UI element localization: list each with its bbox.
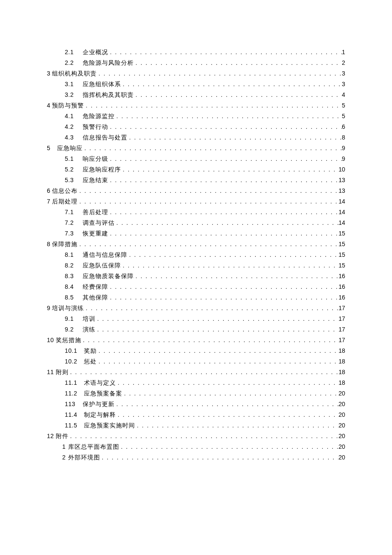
- toc-entry: 3.1应急组织体系3: [47, 79, 345, 90]
- toc-entry: 5 应急响应9: [47, 143, 345, 154]
- toc-entry: 8.5其他保障16: [47, 292, 345, 303]
- toc-number: 4.1: [65, 111, 76, 122]
- toc-entry: 2 外部环境图20: [47, 452, 345, 463]
- toc-page-number: 17: [338, 335, 345, 346]
- toc-title: 预防与预警: [52, 100, 84, 111]
- toc-number: 5.2: [65, 164, 76, 175]
- toc-leader-dots: [121, 164, 338, 175]
- toc-title: 危险源监控: [83, 111, 115, 122]
- toc-number: 8.3: [65, 271, 76, 282]
- toc-page-number: 20: [338, 399, 345, 410]
- toc-entry: 9 培训与演练17: [47, 303, 345, 314]
- toc-number: 4.2: [65, 122, 76, 132]
- toc-title: 调查与评估: [83, 218, 115, 228]
- toc-title: 附则: [56, 367, 69, 378]
- toc-title: 应急组织体系: [83, 79, 121, 90]
- toc-leader-dots: [95, 314, 338, 324]
- toc-title: 2 外部环境图: [62, 452, 100, 463]
- toc-number: 2.1: [65, 47, 76, 58]
- toc-title: 惩处: [84, 356, 97, 367]
- toc-leader-dots: [122, 388, 338, 399]
- toc-title: 信息报告与处置: [83, 132, 127, 143]
- toc-leader-dots: [116, 378, 338, 388]
- toc-leader-dots: [69, 431, 339, 442]
- toc-entry: 10.2惩处18: [47, 356, 345, 367]
- toc-title: 保障措施: [52, 239, 78, 250]
- toc-page-number: 4: [342, 90, 345, 100]
- toc-page-number: 20: [338, 420, 345, 431]
- toc-entry: 7 后期处理14: [47, 196, 345, 207]
- toc-entry: 11.4制定与解释20: [47, 410, 345, 420]
- toc-number: 4: [47, 100, 50, 111]
- toc-entry: 9.2演练17: [47, 324, 345, 335]
- toc-number: 3.2: [65, 90, 76, 100]
- toc-title: 应急预案备案: [84, 388, 122, 399]
- toc-entry: 4.2预警行动6: [47, 122, 345, 132]
- toc-page-number: 5: [342, 111, 345, 122]
- toc-entry: 11.1术语与定义18: [47, 378, 345, 388]
- toc-entry: 10.1奖励18: [47, 346, 345, 356]
- toc-number: 8: [47, 239, 50, 250]
- toc-page-number: 20: [338, 431, 345, 442]
- toc-page-number: 1: [342, 47, 345, 58]
- toc-leader-dots: [134, 90, 342, 100]
- toc-leader-dots: [100, 452, 339, 463]
- toc-leader-dots: [81, 335, 339, 346]
- toc-leader-dots: [108, 154, 342, 164]
- toc-leader-dots: [134, 58, 342, 68]
- toc-leader-dots: [108, 228, 338, 239]
- toc-entry: 5.1响应分级9: [47, 154, 345, 164]
- toc-leader-dots: [108, 47, 342, 58]
- toc-number: 11.2: [65, 388, 77, 399]
- toc-number: 7.1: [65, 207, 76, 218]
- toc-leader-dots: [97, 346, 338, 356]
- toc-leader-dots: [78, 186, 338, 196]
- toc-entry: 6 信息公布13: [47, 186, 345, 196]
- toc-entry: 4.3信息报告与处置8: [47, 132, 345, 143]
- toc-page-number: 18: [338, 356, 345, 367]
- toc-leader-dots: [121, 79, 342, 90]
- toc-entry: 113保护与更新20: [47, 399, 345, 410]
- toc-number: 9.2: [65, 324, 76, 335]
- toc-entry: 9.1培训17: [47, 314, 345, 324]
- toc-title: 保护与更新: [83, 399, 115, 410]
- toc-leader-dots: [108, 292, 338, 303]
- toc-number: 10: [47, 335, 54, 346]
- toc-title: 奖励: [84, 346, 97, 356]
- toc-number: 10.2: [65, 356, 77, 367]
- toc-page-number: 20: [338, 442, 345, 452]
- toc-page-number: 14: [338, 207, 345, 218]
- toc-number: 11.5: [65, 420, 77, 431]
- toc-leader-dots: [84, 100, 342, 111]
- toc-number: 2.2: [65, 58, 76, 68]
- toc-number: 6: [47, 186, 50, 196]
- toc-leader-dots: [127, 250, 338, 260]
- toc-title: 培训与演练: [52, 303, 84, 314]
- toc-number: 7.3: [65, 228, 76, 239]
- toc-title: 指挥机构及其职责: [83, 90, 134, 100]
- toc-title: 信息公布: [52, 186, 78, 196]
- toc-entry: 7.2调查与评估14: [47, 218, 345, 228]
- toc-page-number: 5: [342, 100, 345, 111]
- toc-entry: 7.1善后处理14: [47, 207, 345, 218]
- toc-page-number: 9: [342, 143, 345, 154]
- toc-leader-dots: [84, 303, 338, 314]
- toc-entry: 2.2危险源与风险分析2: [47, 58, 345, 68]
- toc-number: 113: [65, 399, 76, 410]
- toc-leader-dots: [134, 271, 338, 282]
- toc-leader-dots: [127, 132, 342, 143]
- toc-page-number: 16: [338, 292, 345, 303]
- toc-page-number: 17: [338, 314, 345, 324]
- toc-number: 10.1: [65, 346, 77, 356]
- toc-leader-dots: [115, 218, 338, 228]
- toc-number: 3.1: [65, 79, 76, 90]
- toc-entry: 8 保障措施15: [47, 239, 345, 250]
- toc-number: 9: [47, 303, 50, 314]
- toc-number: 7.2: [65, 218, 76, 228]
- toc-title: 应急结束: [83, 175, 108, 186]
- toc-title: 恢更重建: [83, 228, 108, 239]
- toc-page-number: 3: [342, 68, 345, 79]
- toc-leader-dots: [69, 367, 339, 378]
- toc-entry: 8.1通信与信息保障15: [47, 250, 345, 260]
- toc-entry: 10 奖惩措施17: [47, 335, 345, 346]
